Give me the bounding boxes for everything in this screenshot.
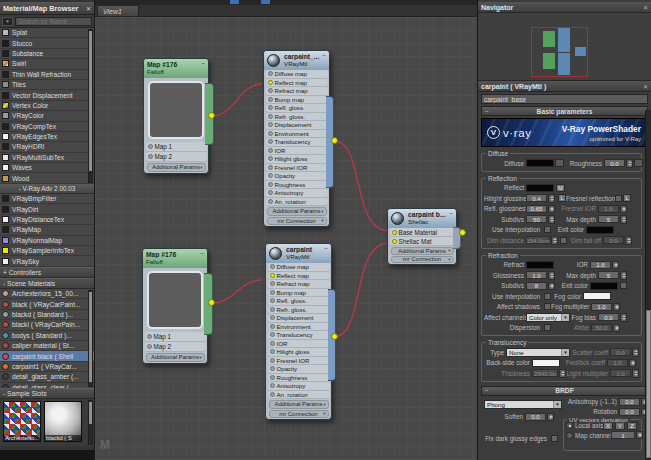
- input-socket[interactable]: [268, 190, 273, 195]
- refl-max-depth-spinner[interactable]: [620, 215, 627, 224]
- dim-distance-checkbox[interactable]: [560, 237, 567, 244]
- scene-material-item[interactable]: carpaint1 ( VRayCar...: [0, 362, 94, 372]
- input-socket[interactable]: [270, 341, 275, 346]
- input-socket[interactable]: [268, 97, 273, 102]
- dim-distance-field[interactable]: 154.0cm: [526, 236, 550, 244]
- node-vraymtl-2[interactable]: carpaint − VRayMtl Diffuse map Reflect m…: [265, 243, 332, 420]
- navigator-minimap[interactable]: [478, 13, 651, 81]
- node-header[interactable]: carpaint − VRayMtl: [266, 244, 331, 263]
- input-socket[interactable]: [268, 182, 273, 187]
- fwd-bck-spinner[interactable]: [629, 359, 636, 368]
- input-slot[interactable]: Reflect map: [268, 272, 330, 281]
- refl-subdivs-field[interactable]: 50: [526, 215, 547, 223]
- hilight-glossiness-field[interactable]: 0.4: [526, 194, 547, 202]
- scene-material-item[interactable]: detail_glass_clear (...: [0, 383, 94, 388]
- input-slot[interactable]: Anisotropy: [268, 382, 330, 391]
- input-slot[interactable]: Environment: [266, 130, 328, 139]
- fog-color-swatch[interactable]: [583, 292, 611, 300]
- input-socket[interactable]: [148, 144, 153, 149]
- fog-multiplier-spinner[interactable]: [613, 303, 620, 312]
- output-socket-falloff-1[interactable]: [208, 112, 215, 119]
- fresnel-ior-field[interactable]: 1.6: [598, 205, 619, 213]
- input-socket[interactable]: [270, 273, 275, 278]
- output-socket-vraymtl-1[interactable]: [331, 137, 338, 144]
- rollup-footer[interactable]: Additional Params▾: [146, 353, 205, 362]
- browser-map-item[interactable]: VRayMap: [0, 225, 94, 235]
- map-channel-spinner[interactable]: [636, 431, 643, 440]
- maps-scrollbar[interactable]: [88, 29, 93, 183]
- input-socket[interactable]: [268, 105, 273, 110]
- search-filter-button[interactable]: ▼: [2, 17, 13, 26]
- scene-material-item[interactable]: Archexteriors_15_00...: [0, 289, 94, 299]
- input-socket[interactable]: [268, 131, 273, 136]
- close-icon[interactable]: ✕: [643, 83, 648, 90]
- browser-map-item[interactable]: Tiles: [0, 80, 94, 90]
- dispersion-checkbox[interactable]: [544, 324, 551, 331]
- thickness-field[interactable]: 2540.0c: [532, 369, 558, 377]
- diffuse-color-swatch[interactable]: [526, 159, 554, 167]
- input-socket[interactable]: [268, 122, 273, 127]
- output-socket-vraymtl-2[interactable]: [331, 333, 338, 340]
- input-slot[interactable]: Environment: [268, 323, 330, 332]
- input-socket[interactable]: [392, 239, 397, 244]
- browser-map-item[interactable]: VRayBmpFilter: [0, 194, 94, 204]
- browser-map-item[interactable]: Waves: [0, 163, 94, 173]
- scrollbar-thumb[interactable]: [89, 31, 92, 171]
- browser-title-bar[interactable]: Material/Map Browser ✕: [0, 2, 94, 15]
- anisotropy-field[interactable]: 0.0: [619, 398, 640, 406]
- refr-glossiness-field[interactable]: 1.0: [526, 271, 547, 279]
- input-slot[interactable]: IOR: [266, 147, 328, 156]
- soften-spinner[interactable]: [547, 413, 554, 422]
- input-socket[interactable]: [147, 334, 152, 339]
- browser-map-item[interactable]: VRayHDRI: [0, 142, 94, 152]
- input-socket[interactable]: [270, 349, 275, 354]
- input-slot[interactable]: Map 2: [145, 342, 206, 352]
- browser-map-item[interactable]: VRayColor: [0, 111, 94, 121]
- browser-map-item[interactable]: Substance: [0, 49, 94, 59]
- minimize-icon[interactable]: −: [324, 245, 328, 251]
- navigator-title-bar[interactable]: Navigator ✕: [478, 2, 651, 13]
- falloff-preview[interactable]: [147, 271, 203, 329]
- refr-subdivs-spinner[interactable]: [548, 282, 555, 291]
- input-slot[interactable]: Translucency: [268, 331, 330, 340]
- input-socket[interactable]: [270, 324, 275, 329]
- input-slot[interactable]: Hilight gloss: [268, 348, 330, 357]
- node-header[interactable]: Map #176 − Falloff: [143, 249, 207, 268]
- light-multiplier-spinner[interactable]: [632, 369, 639, 378]
- browser-map-item[interactable]: VRayNormalMap: [0, 236, 94, 246]
- refr-max-depth-field[interactable]: 5: [598, 271, 619, 279]
- light-multiplier-field[interactable]: 1.0: [610, 369, 631, 377]
- scene-materials-scrollbar[interactable]: [88, 290, 93, 387]
- node-falloff-1[interactable]: Map #176 − Falloff Map 1 Map 2: [143, 58, 209, 174]
- input-socket[interactable]: [268, 88, 273, 93]
- input-slot[interactable]: Refl. gloss.: [268, 297, 330, 306]
- reflect-color-swatch[interactable]: [526, 184, 554, 192]
- refract-color-swatch[interactable]: [526, 261, 554, 269]
- collapse-icon[interactable]: −: [485, 387, 489, 394]
- input-socket[interactable]: [270, 332, 275, 337]
- fwd-bck-coeff-field[interactable]: 1.0: [607, 359, 628, 367]
- input-socket[interactable]: [148, 154, 153, 159]
- abbe-spinner[interactable]: [613, 324, 620, 333]
- scene-material-item[interactable]: carpaint black ( Shell: [0, 351, 94, 361]
- sample-slot[interactable]: Archexterio...: [3, 401, 41, 442]
- fresnel-ior-spinner[interactable]: [620, 205, 627, 214]
- input-slot[interactable]: Opacity: [268, 365, 330, 374]
- affect-channels-dropdown[interactable]: Color only ▼: [526, 313, 570, 322]
- rollup-footer[interactable]: Additional Params▾: [269, 400, 329, 409]
- local-axis-radio[interactable]: [566, 422, 573, 429]
- rollup-footer[interactable]: mr Connection▾: [267, 217, 327, 226]
- node-header[interactable]: carpaint b... − Shellac: [388, 209, 456, 228]
- input-socket[interactable]: [268, 199, 273, 204]
- node-header[interactable]: Map #176 − Falloff: [144, 59, 208, 78]
- samples-scrollbar[interactable]: [88, 400, 93, 445]
- sample-slots-header[interactable]: - Sample Slots: [0, 388, 94, 399]
- soften-field[interactable]: 0.0: [525, 413, 546, 421]
- diffuse-map-button[interactable]: [555, 159, 564, 167]
- input-slot[interactable]: Diffuse map: [266, 70, 328, 79]
- scene-material-item[interactable]: detail_glass_amber (...: [0, 372, 94, 382]
- output-socket-shellac[interactable]: [459, 229, 466, 236]
- affect-shadows-checkbox[interactable]: [544, 303, 551, 310]
- minimize-icon[interactable]: −: [201, 60, 205, 66]
- l-button[interactable]: L: [558, 194, 566, 202]
